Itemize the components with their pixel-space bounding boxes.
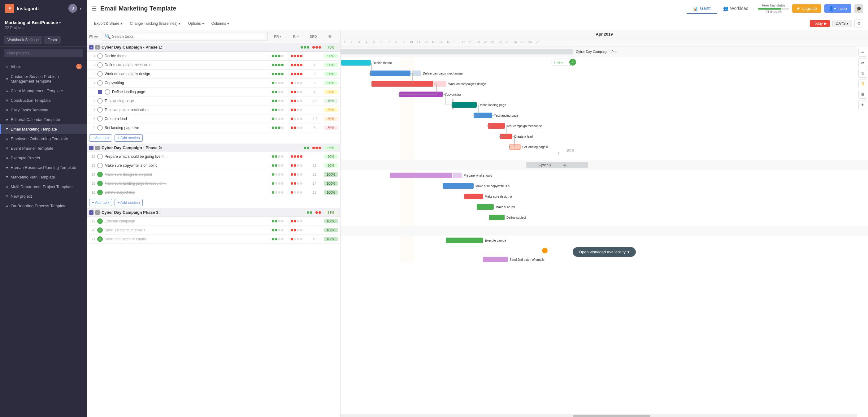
task-pr-dots — [269, 220, 286, 222]
task-checkbox[interactable] — [97, 125, 103, 131]
task-number: 13 — [89, 164, 95, 167]
options-label: Options — [188, 21, 200, 26]
section-phase2[interactable]: − − Cyber Day Campaign - Phase 2: 96% — [87, 143, 340, 152]
upgrade-label: Upgrade — [801, 6, 817, 11]
sidebar-item-employee[interactable]: ≡ Employee Onboarding Template — [0, 134, 87, 143]
sidebar-item-email[interactable]: ≡ Email Marketing Template — [0, 124, 87, 134]
add-task-button-phase2[interactable]: + Add task — [89, 199, 112, 206]
sidebar-item-new[interactable]: ≡ New project — [0, 191, 87, 201]
workspace-name[interactable]: Marketing at BestPractice ▾ — [5, 20, 82, 25]
pr-column-header[interactable]: PR ▾ — [269, 35, 286, 38]
filter-icon[interactable]: ⊟ — [859, 90, 867, 99]
list-view-icon[interactable]: ☰ — [94, 34, 98, 39]
section-collapse-phase1[interactable]: − — [89, 45, 93, 50]
task-checkbox[interactable] — [97, 80, 103, 86]
open-workload-button[interactable]: Open workload availability ▾ — [573, 247, 636, 257]
gantt-scrollbar-thumb[interactable] — [573, 415, 650, 417]
task-checkbox[interactable]: ✓ — [97, 181, 103, 186]
export-share-button[interactable]: Export & Share ▾ — [92, 20, 125, 27]
day-cell: 1 — [341, 40, 348, 44]
change-tracking-button[interactable]: Change Tracking (Baselines) ▾ — [127, 20, 183, 27]
sidebar-item-marketing[interactable]: ≡ Marketing Plan Template — [0, 172, 87, 182]
task-checkbox[interactable]: ✓ — [97, 190, 103, 195]
task-checkbox[interactable] — [97, 53, 103, 59]
table-row: 8 Create a lead -1,6 50% — [87, 115, 340, 123]
upgrade-button[interactable]: ★ Upgrade — [792, 4, 821, 13]
section-collapse-phase2[interactable]: − — [89, 146, 93, 150]
task-name: Make sure landing page is ready an... — [105, 181, 267, 186]
task-checkbox[interactable]: ✓ — [97, 236, 103, 242]
add-column-icon[interactable]: ⊞ — [89, 34, 93, 39]
tab-workload[interactable]: 👥 Workload — [717, 3, 755, 14]
section-collapse2-phase2[interactable]: − — [95, 146, 100, 150]
sidebar-item-onboarding[interactable]: ≡ On-Boarding Process Template — [0, 201, 87, 211]
task-checkbox[interactable] — [97, 98, 103, 104]
task-checkbox[interactable] — [97, 163, 103, 168]
sidebar-item-label: Multi-Department Project Template — [11, 184, 73, 189]
task-checkbox[interactable]: ✓ — [97, 172, 103, 177]
page-title: Email Marketing Template — [100, 5, 683, 12]
settings-icon-button[interactable]: ⚙ — [855, 19, 863, 28]
dependency-icon[interactable]: ⇌ — [859, 59, 867, 67]
task-checkbox[interactable] — [97, 62, 103, 68]
undo-icon[interactable]: ↩ — [859, 48, 867, 57]
task-pct: 100% — [324, 181, 338, 186]
task-number: 4 — [89, 81, 95, 85]
sidebar-item-multi[interactable]: ≡ Multi-Department Project Template — [0, 182, 87, 191]
sidebar-item-inbox[interactable]: ○ Inbox 1 — [0, 61, 87, 72]
task-checkbox[interactable]: ✓ — [97, 227, 103, 233]
filter-projects-input[interactable] — [4, 49, 83, 57]
section-collapse2-phase3[interactable]: − — [95, 211, 100, 215]
team-button[interactable]: Team — [44, 36, 61, 44]
invite-button[interactable]: 👤+ Invite — [824, 4, 851, 13]
tab-gantt[interactable]: 📊 Gantt — [687, 3, 717, 14]
section-phase1[interactable]: − − Cyber Day Campaign - Phase 1: 75% — [87, 43, 340, 52]
task-number: 12 — [89, 155, 95, 158]
search-input[interactable] — [112, 34, 265, 39]
section-title-phase3: Cyber Day Campaign Phase 3: — [101, 210, 305, 215]
section-collapse-landing[interactable]: − — [98, 90, 102, 94]
task-checkbox[interactable] — [97, 107, 103, 113]
task-pr-dots — [269, 155, 286, 158]
task-checkbox[interactable] — [97, 154, 103, 159]
add-icon[interactable]: + — [859, 100, 867, 109]
task-checkbox[interactable] — [105, 89, 110, 95]
svg-rect-48 — [446, 237, 483, 243]
sidebar-item-daily[interactable]: ≡ Daily Tasks Template — [0, 105, 87, 115]
days-button[interactable]: DAYS ▾ — [832, 20, 852, 27]
hamburger-icon[interactable]: ☰ — [92, 5, 97, 12]
task-number: 9 — [89, 126, 95, 130]
options-button[interactable]: Options ▾ — [185, 20, 206, 27]
sidebar-toggle-icon[interactable]: ▾ — [80, 6, 82, 11]
sidebar-item-editorial[interactable]: ≡ Editorial Calendar Template — [0, 115, 87, 124]
sidebar-item-example[interactable]: ≡ Example Project — [0, 153, 87, 163]
add-task-button-phase1[interactable]: + Add task — [89, 134, 112, 142]
add-section-button-phase1[interactable]: + Add section — [115, 134, 143, 142]
sort-icon[interactable]: ⇅ — [859, 79, 867, 88]
task-checkbox[interactable] — [97, 116, 103, 122]
workspace-dropdown-icon[interactable]: ▾ — [59, 21, 61, 25]
sidebar-item-hr[interactable]: ≡ Human Resource Planning Template — [0, 163, 87, 172]
sidebar-item-construction[interactable]: ≡ Construction Template — [0, 96, 87, 105]
section-collapse2-phase1[interactable]: − — [95, 45, 100, 50]
workbook-settings-button[interactable]: Workbook Settings — [4, 36, 42, 44]
task-checkbox[interactable]: ✓ — [97, 218, 103, 224]
sidebar-item-customer[interactable]: ≡ Customer Service Problem Management Te… — [0, 72, 87, 86]
today-button[interactable]: Today ▶ — [810, 20, 830, 27]
task-checkbox[interactable] — [97, 71, 103, 77]
sidebar-item-event[interactable]: ≡ Event Planner Template — [0, 143, 87, 153]
section-phase3[interactable]: − − Cyber Day Campaign Phase 3: 83% — [87, 208, 340, 217]
gantt-scrollbar[interactable] — [341, 415, 857, 417]
add-section-button-phase2[interactable]: + Add section — [115, 199, 143, 206]
user-avatar[interactable]: U — [68, 4, 77, 13]
section-collapse-phase3[interactable]: − — [89, 211, 93, 215]
svg-rect-12 — [412, 70, 421, 76]
sidebar-item-client[interactable]: ≡ Client Management Template — [0, 86, 87, 96]
ri-column-header[interactable]: RI ▾ — [287, 35, 304, 38]
graduation-icon[interactable]: 🎓 — [855, 4, 863, 13]
svg-rect-20 — [452, 102, 477, 108]
copy-icon[interactable]: ⧉ — [859, 69, 867, 78]
columns-button[interactable]: Columns ▾ — [209, 20, 231, 27]
pct-column-header: % — [322, 35, 338, 38]
editorial-icon: ≡ — [6, 117, 8, 122]
